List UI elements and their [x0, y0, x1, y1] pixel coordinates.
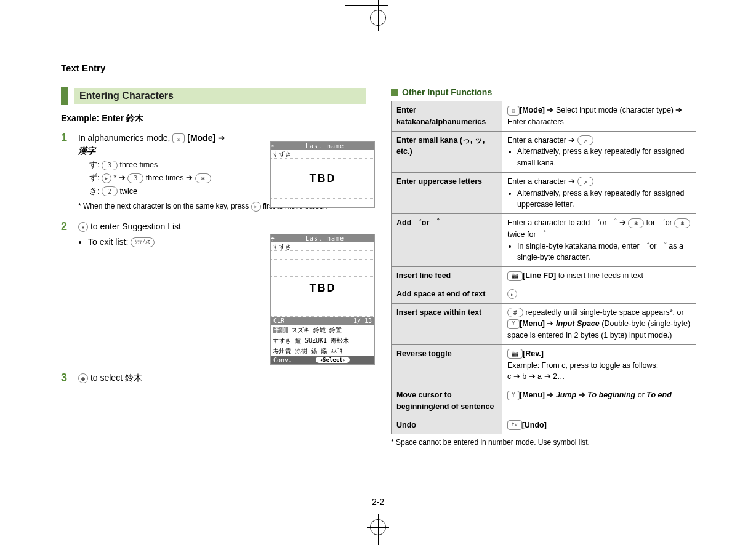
mode-label: [Mode]	[187, 133, 215, 143]
sub-zu-suffix: three times ➔	[146, 173, 195, 182]
heading-text: Other Input Functions	[402, 87, 492, 97]
table-row: Add space at end of text ▸	[392, 285, 696, 303]
ss-suggestion: 寿州貴 涼樹 錫 鐋 ｽｽﾞｷ	[271, 346, 374, 356]
right-key-icon: ▸	[507, 289, 517, 299]
ss-tbd: TBD	[271, 277, 374, 300]
table-row: Undo [Undo]	[392, 416, 696, 434]
sub-ki-prefix: き:	[89, 187, 102, 196]
mail-key-icon	[507, 106, 520, 116]
select-pill: ◂Select▸	[316, 357, 350, 363]
functions-table: Enter katakana/alphanumerics [Mode] ➔ Se…	[391, 101, 696, 434]
step1-text-a: In alphanumerics mode,	[78, 133, 172, 143]
func-desc: Enter a character to add ゛or ゜ ➔ ✱ for ゛…	[502, 214, 696, 267]
left-column: Entering Characters Example: Enter 鈴木 1 …	[61, 48, 366, 497]
func-label: Undo	[392, 416, 502, 434]
key-2: 2	[102, 186, 118, 196]
key-star: ✱	[628, 218, 644, 228]
table-row: Move cursor to beginning/end of sentence…	[392, 386, 696, 416]
right-column: Other Input Functions Enter katakana/alp…	[391, 48, 696, 497]
exit-list-label: To exit list:	[88, 237, 131, 247]
sub-zu-prefix: ず:	[89, 173, 102, 182]
bullet: In single-byte katakana mode, enter ゛or …	[517, 241, 691, 264]
func-label: Reverse toggle	[392, 344, 502, 386]
step-num: 3	[61, 372, 72, 384]
ss-line	[271, 159, 374, 167]
func-label: Insert line feed	[392, 267, 502, 285]
table-row: Add ゛or ゜ Enter a character to add ゛or ゜…	[392, 214, 696, 267]
step-num: 2	[61, 220, 72, 249]
right-key-icon: ▸	[102, 173, 111, 183]
sub-zu-mid: * ➔	[113, 173, 127, 182]
phone-screenshot-1: ☂Last name すずき TBD	[270, 141, 375, 208]
table-row: Enter small kana (っ, ッ, etc.) Enter a ch…	[392, 131, 696, 172]
section-heading: Entering Characters	[61, 87, 366, 105]
ss-line	[271, 190, 374, 199]
key-star: ✱	[674, 218, 690, 228]
ss-line	[271, 260, 374, 268]
step-3: 3 ● to select 鈴木	[61, 372, 366, 384]
sub-su-suffix: three times	[119, 161, 158, 169]
func-label: Enter small kana (っ, ッ, etc.)	[392, 131, 502, 172]
func-label: Add space at end of text	[392, 285, 502, 303]
down-key-icon: ▾	[78, 222, 88, 232]
page-number: 2-2	[372, 497, 384, 507]
conv-label: Conv.	[271, 357, 292, 364]
bullet: Alternatively, press a key repeatedly fo…	[517, 146, 691, 169]
call-key-icon: ↗	[577, 177, 593, 186]
ss-suggestion: すずき 鱸 SUZUKI 寿松木	[271, 335, 374, 346]
ss-suggestion: 予測 スズキ 鈴城 鈴置	[271, 325, 374, 335]
camera-key-icon	[507, 349, 523, 359]
example-label: Example: Enter 鈴木	[61, 113, 366, 124]
table-row: Reverse toggle [Rev.] Example: From c, p…	[392, 344, 696, 386]
crop-mark	[378, 7, 379, 29]
key-3: 3	[127, 173, 143, 183]
key-3: 3	[102, 161, 118, 170]
heading-square-icon	[391, 89, 398, 96]
crop-mark	[345, 5, 388, 6]
mail-key-icon	[172, 133, 185, 143]
table-row: Insert space within text # repeatedly un…	[392, 303, 696, 344]
y-key-icon	[507, 391, 520, 400]
func-label: Add ゛or ゜	[392, 214, 502, 267]
key-hash: #	[507, 308, 523, 317]
step2-text: to enter Suggestion List	[90, 221, 181, 231]
step-num: 1	[61, 132, 72, 212]
func-desc: [Undo]	[502, 416, 696, 434]
arrow-icon: ➔	[218, 133, 225, 143]
func-label: Enter uppercase letters	[392, 172, 502, 213]
table-row: Enter katakana/alphanumerics [Mode] ➔ Se…	[392, 101, 696, 132]
phone-screenshot-2: ☂Last name すずき TBD CLR 1/ 13 予測 スズキ 鈴城 鈴…	[270, 234, 375, 365]
func-label: Insert space within text	[392, 303, 502, 344]
table-row: Insert line feed [Line FD] to insert lin…	[392, 267, 696, 285]
sub-ki-suffix: twice	[119, 187, 137, 196]
kanji-label: 漢字	[78, 146, 95, 156]
func-desc: Enter a character ➔ ↗ Alternatively, pre…	[502, 131, 696, 172]
ss-line	[271, 251, 374, 260]
ss-title: ☂Last name	[271, 234, 374, 242]
func-desc: Enter a character ➔ ↗ Alternatively, pre…	[502, 172, 696, 213]
ss-line: すずき	[271, 150, 374, 159]
clear-key: ｸﾘｱ/ﾒﾓ	[131, 237, 155, 247]
camera-key-icon	[507, 271, 523, 281]
step3-text: to select 鈴木	[90, 373, 142, 383]
ss-select-bar: Conv. ◂Select▸	[271, 356, 374, 364]
bullet: Alternatively, press a key repeatedly fo…	[517, 188, 691, 211]
func-desc: [Rev.] Example: From c, press to toggle …	[502, 344, 696, 386]
y-key-icon	[507, 319, 520, 329]
ss-tbd: TBD	[271, 167, 374, 190]
clr-label: CLR	[273, 317, 284, 324]
right-key-icon: ▸	[251, 202, 261, 212]
ss-line	[271, 268, 374, 277]
step-body: ● to select 鈴木	[78, 372, 366, 384]
func-label: Enter katakana/alphanumerics	[392, 101, 502, 132]
func-desc: # repeatedly until single-byte space app…	[502, 303, 696, 344]
func-desc: [Line FD] to insert line feeds in text	[502, 267, 696, 285]
heading-text: Entering Characters	[74, 88, 366, 104]
table-row: Enter uppercase letters Enter a characte…	[392, 172, 696, 213]
step1-note: * When the next character is on the same…	[78, 202, 251, 210]
func-desc: [Menu] ➔ Jump ➔ To beginning or To end	[502, 386, 696, 416]
counter-label: 1/ 13	[353, 317, 372, 324]
key-star: ✱	[195, 173, 211, 183]
func-desc: ▸	[502, 285, 696, 303]
heading-tick	[61, 87, 68, 105]
